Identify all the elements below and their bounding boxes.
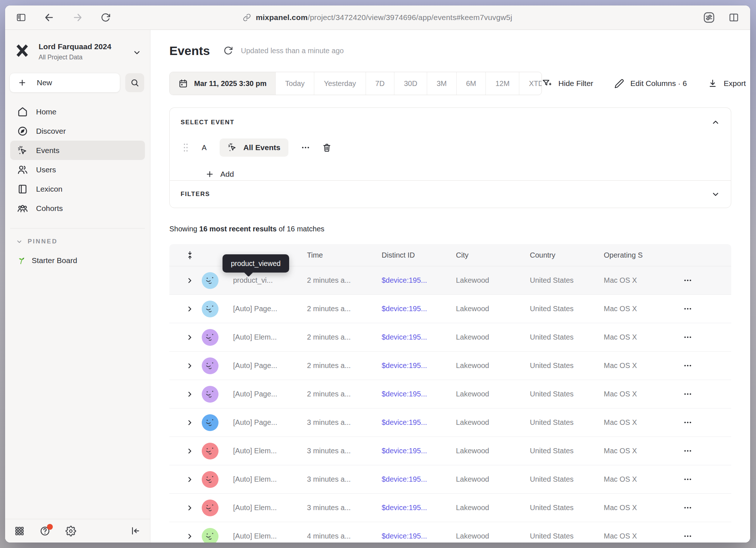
- distinct-id-link[interactable]: $device:195...: [382, 276, 456, 285]
- back-icon[interactable]: [44, 12, 55, 23]
- row-actions-button[interactable]: [679, 474, 731, 484]
- row-expander-icon[interactable]: [169, 276, 195, 285]
- distinct-id-link[interactable]: $device:195...: [382, 305, 456, 313]
- column-header-city[interactable]: City: [456, 251, 530, 259]
- row-expander-icon[interactable]: [169, 333, 195, 342]
- row-expander-icon[interactable]: [169, 475, 195, 484]
- row-actions-button[interactable]: [679, 332, 731, 342]
- browser-sidebar-toggle-icon[interactable]: [16, 12, 26, 23]
- export-button[interactable]: Export: [708, 79, 746, 88]
- delete-event-icon[interactable]: [322, 143, 332, 153]
- table-row[interactable]: [Auto] Elem...3 minutes a...$device:195.…: [169, 465, 731, 494]
- forward-icon: [72, 12, 83, 23]
- row-expander-icon[interactable]: [169, 504, 195, 512]
- event-avatar: [202, 272, 218, 289]
- collapse-sidebar-icon[interactable]: [130, 526, 141, 536]
- pinned-section-header[interactable]: PINNED: [16, 238, 150, 245]
- distinct-id-link[interactable]: $device:195...: [382, 361, 456, 370]
- filters-header: FILTERS: [181, 191, 210, 198]
- table-row[interactable]: [Auto] Page...2 minutes a...$device:195.…: [169, 295, 731, 323]
- edit-columns-button[interactable]: Edit Columns · 6: [614, 79, 687, 89]
- distinct-id-link[interactable]: $device:195...: [382, 390, 456, 398]
- event-more-options-icon[interactable]: [301, 143, 310, 152]
- date-picker[interactable]: Mar 11, 2025 3:30 pm: [170, 72, 275, 95]
- sidebar-item-cohorts[interactable]: Cohorts: [10, 199, 145, 218]
- results-summary: Showing 16 most recent results of 16 mat…: [169, 225, 750, 233]
- range-30d[interactable]: 30D: [394, 72, 427, 95]
- row-actions-button[interactable]: [679, 531, 731, 541]
- range-label: 6M: [466, 79, 476, 88]
- sidebar-item-lexicon[interactable]: Lexicon: [10, 179, 145, 199]
- help-button[interactable]: [40, 526, 50, 536]
- row-expander-icon[interactable]: [169, 532, 195, 541]
- row-actions-button[interactable]: [679, 503, 731, 513]
- settings-gear-icon[interactable]: [66, 526, 76, 536]
- table-row[interactable]: [Auto] Elem...3 minutes a...$device:195.…: [169, 437, 731, 465]
- row-actions-button[interactable]: [679, 389, 731, 399]
- address-bar[interactable]: mixpanel.com/project/3472420/view/397469…: [5, 13, 750, 22]
- distinct-id-link[interactable]: $device:195...: [382, 333, 456, 341]
- column-header-country[interactable]: Country: [530, 251, 604, 259]
- range-6m[interactable]: 6M: [456, 72, 486, 95]
- range-xtd[interactable]: XTD: [519, 72, 542, 95]
- sidebar-item-label: Discover: [36, 127, 66, 136]
- collapse-all-rows-icon[interactable]: [169, 251, 195, 260]
- row-expander-icon[interactable]: [169, 390, 195, 399]
- row-expander-icon[interactable]: [169, 447, 195, 455]
- row-expander-icon[interactable]: [169, 361, 195, 370]
- row-expander-icon[interactable]: [169, 418, 195, 427]
- table-row[interactable]: [Auto] Page...3 minutes a...$device:195.…: [169, 408, 731, 437]
- sidebar-item-events[interactable]: Events: [10, 141, 145, 160]
- distinct-id-link[interactable]: $device:195...: [382, 475, 456, 484]
- range-7d[interactable]: 7D: [366, 72, 394, 95]
- event-time: 3 minutes a...: [307, 418, 382, 427]
- split-view-icon[interactable]: [728, 12, 739, 23]
- refresh-icon[interactable]: [223, 46, 233, 56]
- filters-panel[interactable]: FILTERS: [169, 180, 731, 208]
- column-header-distinct-id[interactable]: Distinct ID: [382, 251, 456, 259]
- event-name: [Auto] Elem...: [233, 333, 282, 341]
- range-label: Yesterday: [324, 79, 356, 88]
- chevron-down-icon[interactable]: [711, 190, 720, 199]
- distinct-id-link[interactable]: $device:195...: [382, 504, 456, 512]
- row-actions-button[interactable]: [679, 446, 731, 456]
- range-12m[interactable]: 12M: [485, 72, 519, 95]
- new-button[interactable]: New: [9, 73, 120, 93]
- page-settings-icon[interactable]: [703, 11, 715, 24]
- event-cell: [Auto] Elem...: [195, 528, 307, 543]
- drag-handle-icon[interactable]: [183, 143, 189, 152]
- hide-filter-button[interactable]: Hide Filter: [542, 78, 593, 89]
- chevron-up-icon[interactable]: [711, 118, 720, 127]
- distinct-id-link[interactable]: $device:195...: [382, 418, 456, 427]
- range-yesterday[interactable]: Yesterday: [314, 72, 365, 95]
- event-tooltip: product_viewed: [223, 254, 289, 273]
- row-actions-button[interactable]: [679, 275, 731, 285]
- sidebar-item-users[interactable]: Users: [10, 160, 145, 179]
- row-actions-button[interactable]: [679, 418, 731, 427]
- sidebar-item-home[interactable]: Home: [10, 102, 145, 121]
- project-switcher[interactable]: Lord Farquaad 2024 All Project Data: [5, 30, 150, 61]
- row-actions-button[interactable]: [679, 304, 731, 314]
- column-header-operating-s[interactable]: Operating S: [604, 251, 679, 259]
- table-row[interactable]: [Auto] Elem...4 minutes a...$device:195.…: [169, 522, 731, 543]
- sidebar-item-starter-board[interactable]: Starter Board: [17, 256, 150, 265]
- distinct-id-link[interactable]: $device:195...: [382, 532, 456, 540]
- row-expander-icon[interactable]: [169, 305, 195, 313]
- event-cell: [Auto] Elem...: [195, 329, 307, 346]
- distinct-id-link[interactable]: $device:195...: [382, 447, 456, 455]
- table-row[interactable]: [Auto] Elem...3 minutes a...$device:195.…: [169, 494, 731, 522]
- table-row[interactable]: [Auto] Page...2 minutes a...$device:195.…: [169, 380, 731, 408]
- pinned-label: PINNED: [28, 238, 58, 245]
- column-header-time[interactable]: Time: [307, 251, 382, 259]
- search-button[interactable]: [125, 73, 144, 92]
- apps-grid-icon[interactable]: [15, 526, 24, 536]
- range-today[interactable]: Today: [275, 72, 314, 95]
- add-event-button[interactable]: Add: [205, 170, 731, 179]
- event-selector-chip[interactable]: All Events: [220, 138, 288, 157]
- range-3m[interactable]: 3M: [427, 72, 456, 95]
- reload-icon[interactable]: [101, 13, 110, 23]
- table-row[interactable]: [Auto] Page...2 minutes a...$device:195.…: [169, 352, 731, 380]
- sidebar-item-discover[interactable]: Discover: [10, 121, 145, 141]
- table-row[interactable]: [Auto] Elem...2 minutes a...$device:195.…: [169, 323, 731, 352]
- row-actions-button[interactable]: [679, 361, 731, 371]
